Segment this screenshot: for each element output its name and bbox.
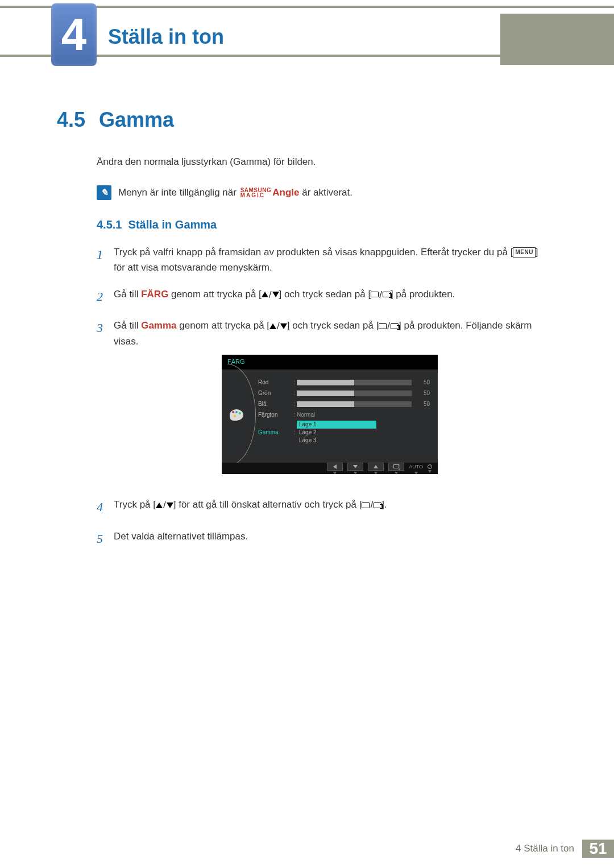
enter-source-icon: / bbox=[371, 287, 391, 302]
chapter-header: 4 Ställa in ton bbox=[0, 6, 614, 57]
osd-row-green: Grön : 50 bbox=[258, 388, 432, 399]
footer-page-number: 51 bbox=[582, 840, 614, 858]
section-title: Gamma bbox=[99, 108, 174, 132]
subsection-title: Ställa in Gamma bbox=[128, 218, 217, 231]
osd-gamma-options: Läge 1 Läge 2 Läge 3 bbox=[297, 421, 432, 445]
step-number: 1 bbox=[97, 244, 114, 264]
angle-word: Angle bbox=[272, 187, 299, 198]
osd-option-selected: Läge 1 bbox=[297, 421, 376, 429]
osd-slider bbox=[297, 380, 412, 385]
footer-chapter-label: 4 Ställa in ton bbox=[508, 840, 582, 858]
osd-row-red: Röd : 50 bbox=[258, 377, 432, 388]
osd-option: Läge 3 bbox=[297, 437, 376, 445]
osd-option: Läge 2 bbox=[297, 429, 376, 437]
osd-slider bbox=[297, 401, 412, 407]
step-5: 5 Det valda alternativet tillämpas. bbox=[97, 529, 546, 549]
page-content: 4.5 Gamma Ändra den normala ljusstyrkan … bbox=[57, 108, 546, 560]
chapter-number-badge: 4 bbox=[51, 3, 97, 66]
note-prefix: Menyn är inte tillgänglig när bbox=[118, 187, 239, 198]
chapter-title: Ställa in ton bbox=[108, 25, 224, 49]
enter-source-icon: / bbox=[379, 318, 399, 334]
up-down-icon: / bbox=[262, 287, 279, 302]
osd-nav-up-icon bbox=[368, 463, 384, 471]
palette-icon bbox=[230, 409, 243, 421]
step-2: 2 Gå till FÄRG genom att trycka på [ / ]… bbox=[97, 286, 546, 306]
section-intro: Ändra den normala ljusstyrkan (Gamma) fö… bbox=[97, 155, 546, 169]
note-suffix: är aktiverat. bbox=[299, 187, 352, 198]
enter-source-icon: / bbox=[362, 497, 381, 513]
up-down-icon: / bbox=[269, 318, 287, 334]
note-icon: ✎ bbox=[97, 185, 111, 200]
osd-navbar: AUTO bbox=[222, 463, 438, 474]
up-down-icon: / bbox=[156, 497, 173, 513]
osd-nav-enter-icon bbox=[388, 463, 404, 471]
osd-title: FÄRG bbox=[222, 355, 438, 369]
steps-list: 1 Tryck på valfri knapp på framsidan av … bbox=[97, 244, 546, 549]
osd-nav-back-icon bbox=[327, 463, 343, 471]
osd-row-tone: Färgton : Normal bbox=[258, 410, 432, 421]
section-heading: 4.5 Gamma bbox=[57, 108, 546, 132]
menu-button-icon: MENU bbox=[513, 247, 535, 258]
note-row: ✎ Menyn är inte tillgänglig när SAMSUNGM… bbox=[97, 185, 546, 200]
osd-nav-down-icon bbox=[347, 463, 363, 471]
step-number: 3 bbox=[97, 318, 114, 338]
osd-slider bbox=[297, 391, 412, 396]
step-number: 2 bbox=[97, 286, 114, 306]
section-number: 4.5 bbox=[57, 108, 85, 132]
osd-row-gamma: Gamma : Läge 1 Läge 2 Läge 3 bbox=[258, 421, 432, 431]
page-footer: 4 Ställa in ton 51 bbox=[508, 840, 614, 858]
step-number: 5 bbox=[97, 529, 114, 549]
osd-nav-auto: AUTO bbox=[409, 463, 423, 471]
osd-screenshot: FÄRG Röd : 50 bbox=[222, 355, 438, 474]
osd-left-panel bbox=[222, 369, 256, 460]
osd-menu-list: Röd : 50 Grön : 50 bbox=[256, 369, 438, 460]
gamma-keyword: Gamma bbox=[141, 320, 176, 331]
osd-nav-power-icon bbox=[428, 464, 432, 469]
osd-row-blue: Blå : 50 bbox=[258, 399, 432, 410]
note-text: Menyn är inte tillgänglig när SAMSUNGMAG… bbox=[118, 185, 352, 200]
header-accent bbox=[500, 14, 614, 65]
step-number: 4 bbox=[97, 497, 114, 517]
osd-arc-decoration bbox=[199, 364, 256, 466]
subsection-heading: 4.5.1 Ställa in Gamma bbox=[97, 216, 546, 233]
subsection-number: 4.5.1 bbox=[97, 218, 122, 231]
step-4: 4 Tryck på [ / ] för att gå till önskat … bbox=[97, 497, 546, 517]
step-1: 1 Tryck på valfri knapp på framsidan av … bbox=[97, 244, 546, 275]
step-3: 3 Gå till Gamma genom att trycka på [ / … bbox=[97, 318, 546, 485]
samsung-magic-brand: SAMSUNGMAGIC bbox=[240, 188, 272, 198]
farg-keyword: FÄRG bbox=[141, 289, 168, 300]
